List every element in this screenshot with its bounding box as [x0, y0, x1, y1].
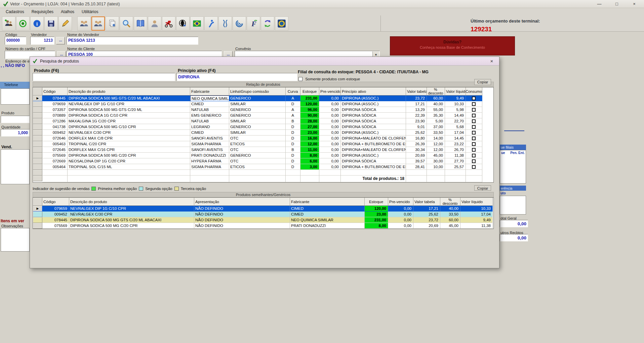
consumo-checkbox[interactable]	[472, 125, 476, 129]
consumo-checkbox[interactable]	[472, 114, 476, 117]
filiais-table[interactable]: ue Pen. Ent.	[500, 150, 526, 184]
toolbar-button-customer[interactable]	[148, 16, 161, 31]
column-header-estoque[interactable]: Estoque	[300, 87, 319, 96]
column-header-fabricante[interactable]: Fabricante	[190, 87, 229, 96]
consumo-checkbox[interactable]	[472, 137, 476, 140]
quantidade-field[interactable]: 1,000	[1, 129, 30, 137]
codigo-field[interactable]: 000000	[5, 37, 26, 45]
somente-estoque-checkbox-row[interactable]: Somente produtos com estoque	[298, 77, 360, 81]
dialog-title-bar[interactable]: Pesquisa de produtos ×	[30, 57, 499, 66]
menu-item-requisições[interactable]: Requisições	[29, 8, 56, 15]
toolbar-button-web-store[interactable]	[176, 16, 190, 31]
maximize-button[interactable]: □	[609, 0, 625, 8]
column-header-prevencido[interactable]: Pre-vencido	[388, 198, 413, 206]
toolbar-button-dna[interactable]	[218, 16, 232, 31]
minimize-button[interactable]: —	[592, 0, 607, 8]
column-header-tabela[interactable]: Valor tabela	[413, 198, 440, 206]
consumo-checkbox[interactable]	[472, 154, 476, 157]
consumo-checkbox[interactable]	[472, 131, 476, 135]
column-header-consumo[interactable]: Consumo	[466, 87, 482, 96]
produto-row[interactable]: 073357DIPIRONA SODICA 500 MG GTS C/20 ML…	[33, 107, 493, 113]
column-header-desconto[interactable]: % desconto	[427, 87, 445, 96]
column-header-descricao[interactable]: Descrição do produto	[68, 87, 190, 96]
consumo-checkbox[interactable]	[472, 148, 476, 152]
toolbar-button-sync[interactable]	[261, 16, 274, 31]
duvidas-panel[interactable]: Dúvidas? Conheça nossa Base de Conhecime…	[390, 36, 515, 55]
toolbar-button-target-circle[interactable]	[275, 16, 288, 31]
produto-row[interactable]: 041738DIPIRONA SODICA 500 MG C/10 CPRLEG…	[33, 124, 493, 130]
column-header-principio[interactable]: Princípio ativo	[341, 87, 406, 96]
toolbar-button-spiral[interactable]	[233, 16, 246, 31]
column-header-codigo[interactable]: Código	[42, 87, 68, 96]
toolbar: iF	[0, 15, 644, 32]
select-all-cell	[33, 198, 42, 206]
consumo-checkbox[interactable]	[472, 102, 476, 106]
column-header-linha[interactable]: Linha\Grupo comissão	[229, 87, 286, 96]
toolbar-button-info[interactable]: i	[30, 16, 44, 31]
produto-row[interactable]: 072669NEOSALDINA DIP 1G C/20 CPRHYPERA F…	[33, 158, 493, 164]
somente-estoque-checkbox[interactable]	[298, 77, 303, 81]
produto-f6-input[interactable]	[33, 73, 175, 81]
produto-row[interactable]: 071286MAXALGINA 1G C/20 CPRNATULABSIMILA…	[33, 118, 493, 124]
consumo-checkbox[interactable]	[472, 97, 476, 100]
semelhante-row[interactable]: ▶079659NEVRALGEX DIP 1G C/10 CPRNÃO DEFI…	[33, 206, 493, 212]
produto-row[interactable]: ▶078445DIPIRONA SODICA 500 MG GTS C/20 M…	[33, 96, 493, 101]
produto-side-field[interactable]	[1, 116, 30, 123]
vendedor-lookup-button[interactable]: ...	[56, 37, 65, 44]
toolbar-button-save[interactable]	[44, 16, 58, 31]
consumo-checkbox[interactable]	[472, 108, 476, 112]
produto-row[interactable]: 005464TROPINAL SOL C/15 MLSIGMA PHARMAET…	[33, 164, 493, 170]
toolbar-button-copy-document[interactable]	[106, 16, 119, 31]
consumo-checkbox[interactable]	[472, 119, 476, 123]
vend-list[interactable]	[1, 149, 30, 184]
menu-item-atalhos[interactable]: Atalhos	[58, 8, 77, 15]
close-button[interactable]: ×	[627, 0, 642, 8]
copiar-button-table2[interactable]: Copiar	[474, 185, 491, 191]
produto-row[interactable]: 005463TROPINAL C/20 CPRSIGMA PHARMAETICO…	[33, 141, 493, 147]
column-header-desconto[interactable]: % desconto	[440, 198, 460, 206]
consumo-checkbox[interactable]	[472, 142, 476, 146]
menu-item-utilitários[interactable]: Utilitários	[79, 8, 101, 15]
vendedor-field[interactable]: 1213	[30, 37, 54, 45]
column-header-liquido[interactable]: Valor líquido	[460, 198, 493, 206]
produto-row[interactable]: 072645DORFLEX MAX C/16 CPRSANOFI AVENTIS…	[33, 147, 493, 153]
toolbar-button-catalog-book[interactable]	[134, 16, 147, 31]
column-header-curva[interactable]: Curva	[286, 87, 300, 96]
nome-vendedor-field[interactable]: PESSOA 1213	[67, 37, 198, 45]
toolbar-button-support-phone[interactable]	[16, 16, 30, 31]
referencia-box[interactable]	[500, 196, 526, 215]
column-header-prevencido[interactable]: Pre-vencido	[319, 87, 341, 96]
column-header-liquido[interactable]: Valor líquido	[445, 87, 466, 96]
consumo-checkbox[interactable]	[472, 165, 476, 169]
semelhante-row[interactable]: 075569DIPIRONA SODICA 500 MG C/20 CPRNÃO…	[33, 223, 493, 229]
produto-row[interactable]: 079659NEVRALGEX DIP 1G C/10 CPRCIMEDSIMI…	[33, 101, 493, 107]
column-header-estoque[interactable]: Estoque	[365, 198, 388, 206]
copiar-button-table1[interactable]: Copiar	[474, 79, 491, 85]
consumo-checkbox[interactable]	[472, 159, 476, 163]
produto-row[interactable]: 072646DORFLEX MAX C/8 CPRSANOFI AVENTISO…	[33, 136, 493, 141]
toolbar-button-clients-group-active[interactable]	[91, 16, 105, 31]
toolbar-button-f-logo[interactable]: F	[247, 16, 260, 31]
produto-row[interactable]: 075569DIPIRONA SODICA 500 MG C/20 CPRPRA…	[33, 153, 493, 158]
toolbar-button-clients-group[interactable]	[77, 16, 91, 31]
toolbar-button-edit[interactable]	[58, 16, 72, 31]
toolbar-button-search[interactable]	[120, 16, 133, 31]
column-header-tabela[interactable]: Valor tabela	[406, 87, 427, 96]
dialog-close-icon[interactable]: ×	[488, 58, 495, 64]
column-header-descricao[interactable]: Descrição do produto	[69, 198, 194, 206]
toolbar-button-brazil-flag[interactable]	[190, 16, 204, 31]
column-header-codigo[interactable]: Código	[42, 198, 69, 206]
column-header-fabricante[interactable]: Fabricante	[290, 198, 365, 206]
semelhante-row[interactable]: 078445DIPIRONA SODICA 500 MG GTS C/20 ML…	[33, 217, 493, 223]
menu-item-cadastros[interactable]: Cadastros	[3, 8, 27, 15]
toolbar-button-add-client[interactable]	[2, 16, 15, 31]
semelhante-row[interactable]: 009452NEVRALGEX C/30 CPRNÃO DEFINIDOCIME…	[33, 212, 493, 217]
toolbar-button-delivery-scooter[interactable]	[162, 16, 175, 31]
observacoes-field[interactable]	[1, 228, 30, 252]
toolbar-button-runner[interactable]	[204, 16, 218, 31]
produto-row[interactable]: 009452NEVRALGEX C/30 CPRCIMEDSIMILARD23,…	[33, 130, 493, 136]
telefone-list[interactable]	[1, 88, 30, 105]
principio-ativo-input[interactable]: DIPIRONA	[176, 73, 297, 81]
column-header-apresentacao[interactable]: Apresentação	[194, 198, 290, 206]
produto-row[interactable]: 070889DIPIRONA SODICA 1G C/10 CPREMS GEN…	[33, 113, 493, 118]
